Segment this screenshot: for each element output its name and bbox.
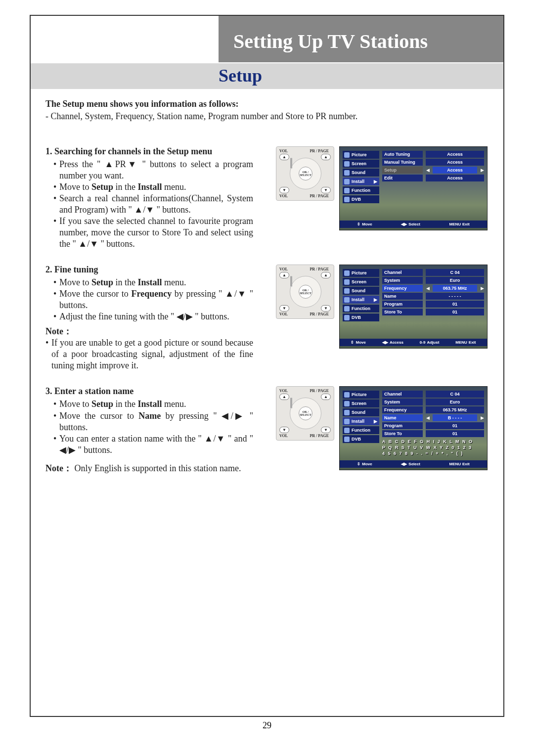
list-item: Search a real channel informations(Chann… — [53, 193, 253, 216]
section-2: 2. Fine tuning Move to Setup in the Inst… — [45, 265, 489, 371]
remote-dpad: VOL PR / PAGE VOL PR / PAGE ▲ ▲ ▼ ▼ OK /… — [276, 265, 334, 319]
intro-heading: The Setup menu shows you information as … — [45, 99, 489, 109]
list-item: Move to Setup in the Install menu. — [53, 399, 253, 410]
note-text: If you are unable to get a good picture … — [45, 337, 253, 371]
remote-dpad: VOL PR / PAGE VOL PR / PAGE ▲ ▲ ▼ ▼ OK /… — [276, 146, 334, 201]
list-item: You can enter a station name with the " … — [53, 433, 253, 456]
section-1-list: Press the " ▲PR▼ " buttons to select a p… — [45, 159, 253, 250]
list-item: Move to Setup in the Install menu. — [53, 181, 253, 193]
content: The Setup menu shows you information as … — [31, 89, 503, 499]
list-item: If you save the selected channel to favo… — [53, 216, 253, 250]
section-2-body: 2. Fine tuning Move to Setup in the Inst… — [45, 265, 253, 371]
list-item: Press the " ▲PR▼ " buttons to select a p… — [53, 159, 253, 181]
note-text: Only English is supported in this statio… — [74, 463, 241, 473]
section-3-heading: 3. Enter a station name — [45, 386, 253, 397]
intro-text: - Channel, System, Frequency, Station na… — [45, 111, 489, 122]
triangle-up-icon: ▲ — [321, 394, 331, 400]
triangle-up-icon: ▲ — [321, 272, 331, 278]
chapter-title: Setting Up TV Stations — [233, 31, 503, 52]
section-2-heading: 2. Fine tuning — [45, 265, 253, 275]
triangle-up-icon: ▲ — [279, 272, 289, 278]
section-3-body: 3. Enter a station name Move to Setup in… — [45, 386, 253, 474]
list-item: Adjust the fine tuning with the " ◀/▶ " … — [53, 311, 253, 322]
page-frame: Setting Up TV Stations Setup The Setup m… — [30, 15, 504, 717]
section-2-figures: VOL PR / PAGE VOL PR / PAGE ▲ ▲ ▼ ▼ OK /… — [276, 265, 489, 349]
triangle-up-icon: ▲ — [321, 154, 331, 160]
note-label: Note： — [45, 326, 72, 336]
osd-screenshot-3: PictureScreenSoundInstall▶FunctionDVBCha… — [339, 386, 488, 470]
triangle-down-icon: ▼ — [279, 187, 289, 193]
note-inline: Note： Only English is supported in this … — [45, 463, 253, 474]
note-label: Note： — [45, 463, 72, 473]
section-title: Setup — [31, 63, 503, 89]
list-item: Move the cursor to Name by pressing " ◀/… — [53, 410, 253, 433]
list-item: Move the cursor to Frequency by pressing… — [53, 288, 253, 311]
osd-screenshot-2: PictureScreenSoundInstall▶FunctionDVBCha… — [339, 265, 488, 349]
ok-button: OK / SELECT — [299, 167, 312, 180]
section-3: 3. Enter a station name Move to Setup in… — [45, 386, 489, 474]
section-3-list: Move to Setup in the Install menu. Move … — [45, 399, 253, 455]
section-1: 1. Searching for channels in the Setup m… — [45, 146, 489, 250]
section-1-body: 1. Searching for channels in the Setup m… — [45, 146, 253, 250]
osd-screenshot-1: PictureScreenSoundInstall▶FunctionDVBAut… — [339, 146, 488, 230]
triangle-up-icon: ▲ — [279, 154, 289, 160]
triangle-down-icon: ▼ — [279, 305, 289, 311]
triangle-down-icon: ▼ — [321, 187, 331, 193]
triangle-down-icon: ▼ — [279, 427, 289, 433]
section-3-figures: VOL PR / PAGE VOL PR / PAGE ▲ ▲ ▼ ▼ OK /… — [276, 386, 489, 470]
section-1-heading: 1. Searching for channels in the Setup m… — [45, 146, 253, 157]
note-block: Note： If you are unable to get a good pi… — [45, 325, 253, 371]
triangle-down-icon: ▼ — [321, 305, 331, 311]
page-number: 29 — [263, 720, 271, 731]
remote-dpad: VOL PR / PAGE VOL PR / PAGE ▲ ▲ ▼ ▼ OK /… — [276, 386, 334, 441]
triangle-down-icon: ▼ — [321, 427, 331, 433]
section-1-figures: VOL PR / PAGE VOL PR / PAGE ▲ ▲ ▼ ▼ OK /… — [276, 146, 489, 230]
section-2-list: Move to Setup in the Install menu. Move … — [45, 277, 253, 322]
list-item: Move to Setup in the Install menu. — [53, 277, 253, 288]
triangle-up-icon: ▲ — [279, 394, 289, 400]
chapter-header: Setting Up TV Stations — [219, 16, 503, 62]
